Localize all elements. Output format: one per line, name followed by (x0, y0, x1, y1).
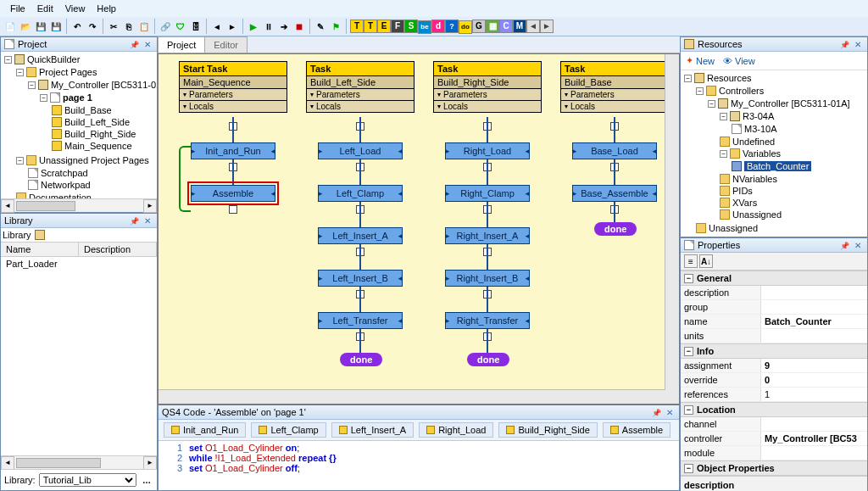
toolbar-letter-▦[interactable]: ▦ (486, 20, 499, 33)
scrollbar[interactable]: ◄► (1, 455, 157, 469)
prop-value[interactable] (761, 446, 867, 460)
step-right-insert-b[interactable]: Right_Insert_B (445, 270, 530, 287)
tree-node[interactable]: Documentation (29, 192, 92, 198)
task-main-sequence[interactable]: Start Task Main_Sequence Parameters Loca… (179, 61, 287, 113)
toolbar-letter-be[interactable]: be (418, 20, 431, 34)
tree-node[interactable]: Unassigned Project Pages (39, 155, 149, 165)
tree-node[interactable]: Variables (743, 148, 781, 159)
toolbar-letter-?[interactable]: ? (445, 20, 459, 33)
step-right-clamp[interactable]: Right_Clamp (445, 185, 530, 202)
step-right-insert-a[interactable]: Right_Insert_A (445, 227, 530, 244)
back-icon[interactable]: ◄ (210, 20, 224, 33)
step-left-clamp[interactable]: Left_Clamp (318, 185, 403, 202)
copy-icon[interactable]: ⎘ (122, 20, 136, 33)
toolbar-letter-F[interactable]: F (391, 20, 404, 33)
tree-node[interactable]: M3-10A (744, 124, 777, 134)
prop-group-location[interactable]: Location (681, 402, 867, 417)
toolbar-letter-◄[interactable]: ◄ (526, 20, 540, 33)
close-icon[interactable]: ✕ (852, 40, 864, 49)
prop-group-info[interactable]: Info (681, 343, 867, 359)
tree-node[interactable]: R3-04A (743, 111, 774, 121)
toolbar-letter-G[interactable]: G (472, 20, 486, 33)
tree-node[interactable]: Project Pages (39, 67, 97, 77)
tree-node[interactable]: Scratchpad (41, 168, 88, 178)
code-tab[interactable]: Right_Load (419, 422, 493, 438)
close-icon[interactable]: ✕ (142, 216, 153, 226)
tree-node-page1[interactable]: page 1 (63, 92, 92, 103)
tree-node-selected[interactable]: Batch_Counter (744, 161, 811, 171)
tree-node[interactable]: My_Controller [BC5311-01A] (731, 98, 850, 109)
resources-new-link[interactable]: ✦New (686, 55, 715, 66)
resources-tree[interactable]: −Resources −Controllers −My_Controller [… (681, 70, 867, 237)
tree-node[interactable]: Build_Base (64, 105, 112, 115)
prop-value[interactable]: Batch_Counter (761, 315, 867, 328)
library-tab[interactable]: Library (3, 230, 31, 240)
undo-icon[interactable]: ↶ (70, 20, 84, 33)
prop-value[interactable]: 1 (761, 388, 867, 401)
step-left-load[interactable]: Left_Load (318, 142, 403, 159)
pause-icon[interactable]: ⏸ (262, 20, 275, 33)
pin-icon[interactable]: 📌 (652, 409, 661, 417)
pin-icon[interactable]: 📌 (130, 217, 139, 226)
task-build-right[interactable]: Task Build_Right_Side Parameters Locals (433, 61, 542, 113)
toolbar-letter-►[interactable]: ► (540, 20, 554, 33)
prop-value[interactable] (761, 329, 867, 343)
menu-help[interactable]: Help (92, 2, 121, 15)
code-tab[interactable]: Assemble (603, 422, 670, 438)
prop-value[interactable]: 0 (761, 373, 867, 387)
code-tab[interactable]: Left_Clamp (251, 422, 326, 438)
db-icon[interactable]: 🗄 (189, 20, 203, 33)
close-icon[interactable]: ✕ (142, 40, 153, 49)
prop-sort-icon[interactable]: A↓ (699, 254, 713, 268)
cut-icon[interactable]: ✂ (107, 20, 120, 33)
tree-node[interactable]: Networkpad (41, 180, 91, 190)
col-header-desc[interactable]: Description (79, 243, 157, 256)
done-bubble[interactable]: done (594, 222, 637, 236)
task-build-left[interactable]: Task Build_Left_Side Parameters Locals (306, 61, 415, 113)
step-right-transfer[interactable]: Right_Transfer (445, 312, 530, 329)
toolbar-letter-T[interactable]: T (364, 20, 377, 33)
resources-view-link[interactable]: 👁View (723, 56, 755, 66)
code-tab[interactable]: Left_Insert_A (331, 422, 414, 438)
toolbar-letter-d[interactable]: d (431, 20, 445, 33)
toolbar-letter-T[interactable]: T (350, 20, 364, 33)
tree-node[interactable]: NVariables (732, 174, 777, 184)
step-init-and-run[interactable]: Init_and_Run (191, 142, 275, 159)
project-tree[interactable]: −QuickBuilder −Project Pages −My_Control… (1, 52, 157, 198)
scrollbar[interactable]: ◄► (1, 198, 157, 212)
tab-editor[interactable]: Editor (204, 36, 248, 53)
paste-icon[interactable]: 📋 (137, 20, 151, 33)
pin-icon[interactable]: 📌 (840, 242, 849, 250)
lib-picker-icon[interactable]: … (140, 473, 153, 487)
code-tab[interactable]: Build_Right_Side (498, 422, 597, 438)
done-bubble[interactable]: done (467, 353, 509, 366)
tree-node[interactable]: Unassigned (732, 209, 782, 220)
prop-group-object[interactable]: Object Properties (681, 460, 867, 476)
step-icon[interactable]: ➔ (277, 20, 291, 33)
close-icon[interactable]: ✕ (664, 408, 676, 417)
tree-node[interactable]: XVars (732, 198, 757, 208)
open-icon[interactable]: 📂 (19, 20, 32, 33)
tree-node[interactable]: Unassigned (709, 223, 758, 233)
redo-icon[interactable]: ↷ (86, 20, 99, 33)
magic-icon[interactable]: ✎ (314, 20, 327, 33)
prop-value[interactable]: 9 (761, 359, 867, 372)
shield-icon[interactable]: 🛡 (174, 20, 187, 33)
col-header-name[interactable]: Name (1, 243, 79, 256)
toolbar-letter-E[interactable]: E (377, 20, 391, 33)
library-select[interactable]: Tutorial_Lib (39, 473, 136, 487)
prop-group-general[interactable]: General (681, 271, 867, 286)
menu-file[interactable]: File (5, 2, 31, 15)
menu-view[interactable]: View (60, 2, 91, 15)
step-left-insert-b[interactable]: Left_Insert_B (318, 270, 403, 287)
tree-node[interactable]: Main_Sequence (64, 141, 132, 151)
tree-node[interactable]: QuickBuilder (27, 54, 80, 64)
step-left-insert-a[interactable]: Left_Insert_A (318, 227, 403, 244)
fwd-icon[interactable]: ► (225, 20, 239, 33)
step-right-load[interactable]: Right_Load (445, 142, 530, 159)
menu-edit[interactable]: Edit (32, 2, 58, 15)
tree-node[interactable]: Controllers (719, 86, 764, 96)
code-editor[interactable]: 1set O1_Load_Cylinder on; 2while !I1_Loa… (159, 441, 679, 490)
library-row[interactable]: Part_Loader (1, 257, 157, 271)
toolbar-letter-C[interactable]: C (499, 20, 513, 33)
